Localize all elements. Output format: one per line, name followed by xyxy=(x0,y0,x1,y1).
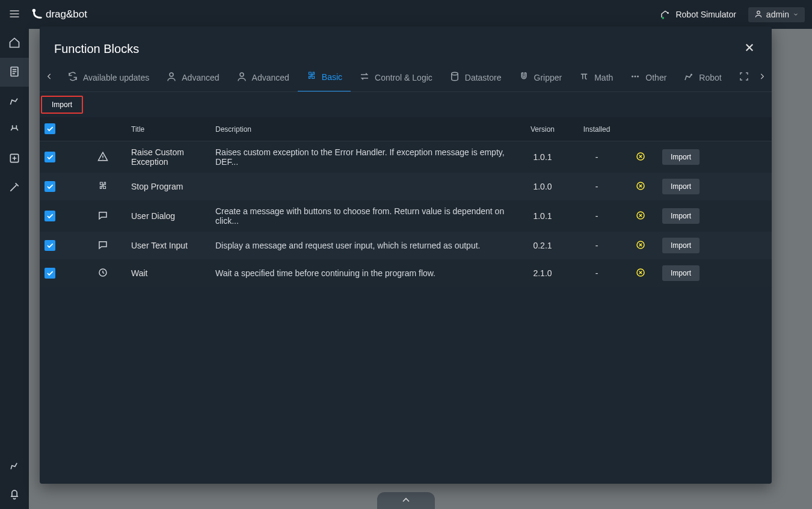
svg-point-3 xyxy=(757,11,760,14)
swap-icon xyxy=(359,71,370,84)
category-tab[interactable]: Gripper xyxy=(510,63,571,92)
category-tab[interactable]: Vi xyxy=(730,63,752,92)
row-checkbox[interactable] xyxy=(45,240,55,251)
category-tab-label: Basic xyxy=(322,72,342,82)
package-add-icon xyxy=(8,152,20,166)
robot-simulator-indicator[interactable]: Robot Simulator xyxy=(660,8,736,21)
robot-small-icon xyxy=(8,459,20,473)
column-version: Version xyxy=(515,117,570,141)
puzzle-icon xyxy=(306,70,317,83)
home-icon xyxy=(8,37,20,51)
chat-icon xyxy=(97,213,108,223)
category-tab-label: Other xyxy=(645,73,666,82)
table-header-row: Title Description Version Installed xyxy=(40,117,772,141)
column-description: Description xyxy=(211,117,515,141)
category-tab-label: Available updates xyxy=(83,73,149,82)
sidebar-item-gripper[interactable] xyxy=(0,116,29,144)
bell-icon xyxy=(8,488,20,502)
bottom-drawer-handle[interactable] xyxy=(377,492,435,509)
row-version: 2.1.0 xyxy=(515,259,570,287)
sidebar-item-home[interactable] xyxy=(0,29,29,58)
puzzle-icon xyxy=(97,184,108,193)
tabs-scroll-right-button[interactable] xyxy=(752,63,772,92)
category-tab-label: Datastore xyxy=(465,73,502,82)
person-icon xyxy=(236,71,247,84)
table-row: WaitWait a specified time before continu… xyxy=(40,259,772,287)
row-checkbox[interactable] xyxy=(45,268,55,279)
svg-point-8 xyxy=(452,72,458,75)
topbar: drag&bot Robot Simulator admin xyxy=(0,0,812,29)
row-version: 1.0.1 xyxy=(515,200,570,232)
row-import-button[interactable]: Import xyxy=(662,265,700,281)
gripper-icon xyxy=(8,123,20,137)
category-tab[interactable]: Robot xyxy=(675,63,730,92)
table-row: User DialogCreate a message with buttons… xyxy=(40,200,772,232)
user-name-label: admin xyxy=(766,10,789,19)
row-title: Raise Custom Exception xyxy=(126,141,211,173)
not-installed-icon xyxy=(635,239,646,250)
bulk-import-button[interactable]: Import xyxy=(41,96,83,114)
row-installed: - xyxy=(570,173,624,200)
dragbot-icon xyxy=(30,7,43,23)
user-icon xyxy=(754,10,763,20)
sidebar-item-tools[interactable] xyxy=(0,173,29,202)
category-tab[interactable]: Advanced xyxy=(228,63,298,92)
person-icon xyxy=(166,71,177,84)
row-installed: - xyxy=(570,232,624,259)
chevron-right-icon xyxy=(758,72,766,82)
category-tab[interactable]: Available updates xyxy=(59,63,158,92)
function-blocks-table: Title Description Version Installed Rais… xyxy=(40,117,772,287)
category-tab-label: Math xyxy=(594,73,613,82)
row-checkbox[interactable] xyxy=(45,181,55,192)
magnet-icon xyxy=(518,71,529,84)
caret-down-icon xyxy=(793,10,799,19)
robot-simulator-label: Robot Simulator xyxy=(675,10,736,19)
hamburger-menu-button[interactable] xyxy=(5,5,24,24)
sidebar-item-notifications[interactable] xyxy=(0,480,29,509)
row-import-button[interactable]: Import xyxy=(662,208,700,224)
row-import-button[interactable]: Import xyxy=(662,149,700,165)
svg-point-2 xyxy=(662,16,665,19)
category-tab[interactable]: Other xyxy=(621,63,675,92)
category-tab[interactable]: Datastore xyxy=(441,63,510,92)
clock-icon xyxy=(97,270,108,280)
table-row: User Text InputDisplay a message and req… xyxy=(40,232,772,259)
modal-close-button[interactable] xyxy=(742,40,757,58)
category-tab[interactable]: Math xyxy=(570,63,621,92)
row-import-button[interactable]: Import xyxy=(662,238,700,253)
chat-icon xyxy=(97,242,108,252)
category-tab[interactable]: Basic xyxy=(298,63,351,92)
sidebar-item-robot-status[interactable] xyxy=(0,451,29,480)
svg-point-6 xyxy=(170,73,173,76)
row-import-button[interactable]: Import xyxy=(662,179,700,194)
category-tab-label: Advanced xyxy=(182,73,219,82)
svg-point-1 xyxy=(667,12,669,14)
row-checkbox[interactable] xyxy=(45,152,55,162)
tabs-scroll-left-button[interactable] xyxy=(40,63,59,92)
row-checkbox[interactable] xyxy=(45,211,55,221)
category-tabs: Available updatesAdvancedAdvancedBasicCo… xyxy=(40,63,772,92)
sidebar-item-packages[interactable] xyxy=(0,144,29,173)
pi-icon xyxy=(579,71,589,84)
sidebar-item-programs[interactable] xyxy=(0,58,29,87)
row-description: Create a message with buttons to choose … xyxy=(211,200,515,232)
database-icon xyxy=(449,71,460,84)
scan-icon xyxy=(739,71,749,84)
select-all-checkbox[interactable] xyxy=(45,123,55,134)
chevron-up-icon xyxy=(400,494,412,508)
robot-arm-icon xyxy=(683,71,694,84)
row-description: Display a message and request user input… xyxy=(211,232,515,259)
not-installed-icon xyxy=(635,151,646,162)
brand-text: drag&bot xyxy=(46,8,87,20)
category-tab-label: Control & Logic xyxy=(375,73,432,82)
close-icon xyxy=(744,42,755,55)
row-title: User Text Input xyxy=(126,232,211,259)
user-menu-button[interactable]: admin xyxy=(748,7,805,22)
dots-icon xyxy=(630,71,641,84)
row-title: Wait xyxy=(126,259,211,287)
sidebar-item-robot[interactable] xyxy=(0,87,29,116)
table-row: Raise Custom ExceptionRaises custom exce… xyxy=(40,141,772,173)
category-tab[interactable]: Advanced xyxy=(158,63,227,92)
svg-point-12 xyxy=(691,74,692,76)
category-tab[interactable]: Control & Logic xyxy=(351,63,441,92)
